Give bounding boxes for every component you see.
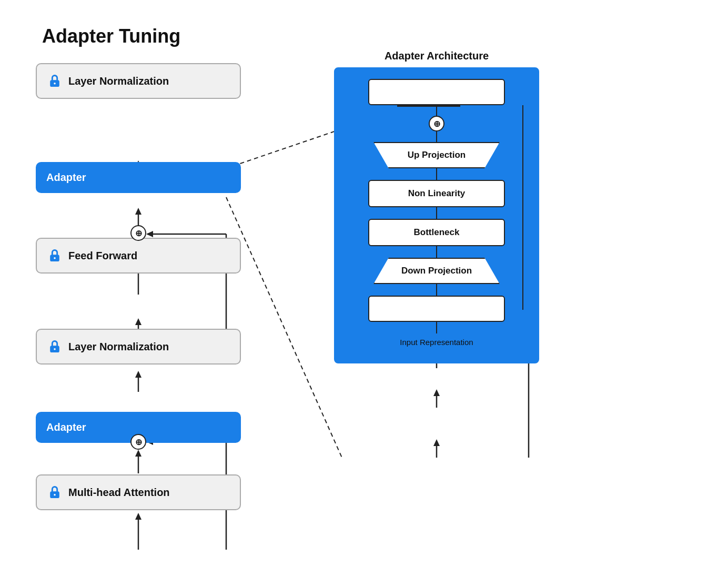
layer-norm-top-label: Layer Normalization (68, 75, 169, 87)
adapter-top-label: Adapter (46, 171, 86, 184)
svg-point-44 (54, 348, 56, 350)
feed-forward-block: Feed Forward (36, 238, 241, 274)
skip-connection-horizontal (397, 105, 460, 107)
down-projection-block: Down Projection (373, 258, 500, 284)
non-linearity-block: Non Linearity (368, 180, 505, 207)
svg-point-40 (54, 83, 56, 85)
add-circle-right: ⊕ (429, 116, 444, 131)
layer-norm-top-block: Layer Normalization (36, 63, 241, 99)
adapter-bottom-label: Adapter (46, 421, 86, 433)
multihead-block: Multi-head Attention (36, 474, 241, 510)
lock-icon-ff (47, 248, 62, 263)
right-panel-title: Adapter Architecture (334, 50, 539, 62)
lock-icon-ln2 (47, 339, 62, 354)
up-projection-block: Up Projection (373, 142, 500, 168)
svg-marker-1 (135, 513, 141, 520)
svg-point-42 (54, 257, 56, 259)
adapter-architecture-box: ⊕ Up Projection Non Linearity Bottleneck… (334, 67, 539, 363)
layer-norm-bottom-label: Layer Normalization (68, 341, 169, 353)
layer-norm-bottom-block: Layer Normalization (36, 329, 241, 365)
multihead-label: Multi-head Attention (68, 487, 170, 499)
skip-connection-line (522, 105, 524, 310)
svg-marker-28 (433, 439, 440, 446)
svg-line-22 (226, 129, 342, 168)
svg-point-46 (54, 494, 56, 496)
add-circle-top: ⊕ (130, 225, 146, 241)
lock-icon-mha (47, 485, 62, 500)
bottleneck-block: Bottleneck (368, 219, 505, 246)
adapter-top-block: Adapter (36, 162, 241, 193)
svg-marker-30 (433, 389, 440, 396)
input-representation-label: Input Representation (400, 338, 473, 347)
svg-line-23 (226, 197, 342, 458)
page-title: Adapter Tuning (42, 25, 180, 47)
feed-forward-label: Feed Forward (68, 250, 137, 262)
output-rect (368, 79, 505, 105)
add-circle-bottom: ⊕ (130, 434, 146, 450)
input-rect (368, 296, 505, 322)
lock-icon-top (47, 74, 62, 88)
